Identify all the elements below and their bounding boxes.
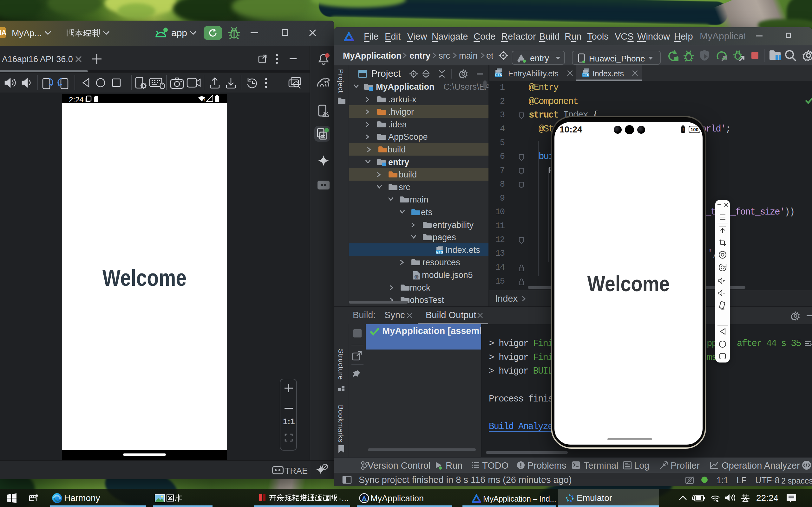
svg-text:ETS: ETS xyxy=(436,250,443,254)
svg-text:ETS: ETS xyxy=(582,73,589,77)
svg-text:{}: {} xyxy=(415,275,418,279)
svg-text:ETS: ETS xyxy=(495,73,502,77)
svg-text:!: ! xyxy=(204,99,205,102)
svg-text:!: ! xyxy=(682,128,684,131)
